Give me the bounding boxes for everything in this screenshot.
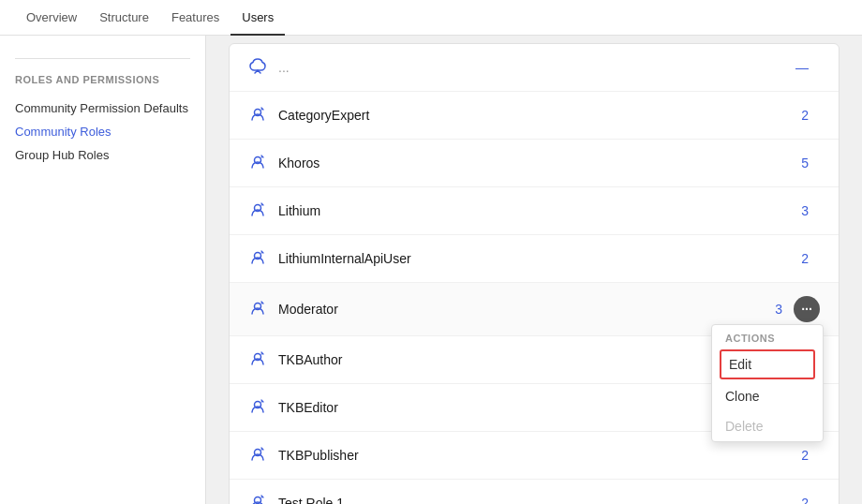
table-row: LithiumInternalApiUser 2 bbox=[230, 235, 839, 283]
role-count: 2 bbox=[790, 108, 809, 123]
role-count: 2 bbox=[790, 251, 809, 266]
actions-dropdown: ACTIONS Edit Clone Delete bbox=[711, 324, 824, 442]
sidebar-item-group-hub-roles[interactable]: Group Hub Roles bbox=[15, 143, 190, 167]
role-icon bbox=[248, 349, 269, 370]
role-icon bbox=[248, 153, 269, 173]
role-name: LithiumInternalApiUser bbox=[278, 251, 790, 266]
role-name: ... bbox=[278, 60, 790, 75]
role-icon bbox=[248, 397, 269, 418]
role-icon bbox=[248, 200, 269, 221]
role-icon bbox=[248, 248, 269, 269]
delete-action[interactable]: Delete bbox=[712, 411, 823, 441]
role-icon bbox=[248, 299, 269, 319]
role-name: Test Role 1 bbox=[278, 496, 790, 504]
sidebar-section-title: ROLES AND PERMISSIONS bbox=[15, 74, 190, 85]
role-name: Lithium bbox=[278, 203, 790, 218]
role-icon bbox=[248, 493, 269, 504]
tab-users[interactable]: Users bbox=[230, 1, 285, 36]
clone-action[interactable]: Clone bbox=[712, 381, 823, 411]
table-row: Test Role 1 2 bbox=[230, 480, 839, 504]
sidebar-item-community-roles[interactable]: Community Roles bbox=[15, 120, 190, 143]
role-name: TKBPublisher bbox=[278, 448, 790, 463]
table-row: CategoryExpert 2 bbox=[230, 92, 839, 140]
sidebar-divider bbox=[15, 58, 190, 59]
role-count: 3 bbox=[790, 203, 809, 218]
role-count: 2 bbox=[790, 448, 809, 463]
edit-action[interactable]: Edit bbox=[720, 349, 815, 379]
role-name: CategoryExpert bbox=[278, 108, 790, 123]
table-row-moderator: Moderator 3 ··· ACTIONS Edit Clone Delet… bbox=[230, 283, 839, 336]
role-name: Khoros bbox=[278, 156, 790, 170]
table-row: Lithium 3 bbox=[230, 187, 839, 235]
sidebar: ROLES AND PERMISSIONS Community Permissi… bbox=[0, 36, 206, 504]
dropdown-header: ACTIONS bbox=[712, 325, 823, 348]
tab-features[interactable]: Features bbox=[160, 1, 230, 36]
table-row: ... — bbox=[230, 44, 839, 92]
more-actions-button[interactable]: ··· bbox=[794, 296, 820, 322]
roles-table: ... — CategoryExpert 2 bbox=[229, 43, 840, 504]
table-row: Khoros 5 bbox=[230, 140, 839, 187]
main-content: ... — CategoryExpert 2 bbox=[206, 36, 862, 504]
tab-overview[interactable]: Overview bbox=[15, 1, 88, 36]
role-icon bbox=[248, 445, 269, 466]
top-nav: Overview Structure Features Users bbox=[0, 0, 862, 36]
role-count: 5 bbox=[790, 156, 809, 170]
role-count: — bbox=[790, 60, 809, 75]
role-name: Moderator bbox=[278, 302, 764, 317]
role-count: 2 bbox=[790, 496, 809, 504]
ellipsis-icon: ··· bbox=[801, 302, 812, 317]
role-count: 3 bbox=[764, 302, 782, 317]
content-area: ROLES AND PERMISSIONS Community Permissi… bbox=[0, 36, 862, 504]
role-icon bbox=[248, 57, 269, 78]
role-icon bbox=[248, 105, 269, 126]
tab-structure[interactable]: Structure bbox=[88, 1, 160, 36]
sidebar-item-community-permission-defaults[interactable]: Community Permission Defaults bbox=[15, 96, 190, 120]
